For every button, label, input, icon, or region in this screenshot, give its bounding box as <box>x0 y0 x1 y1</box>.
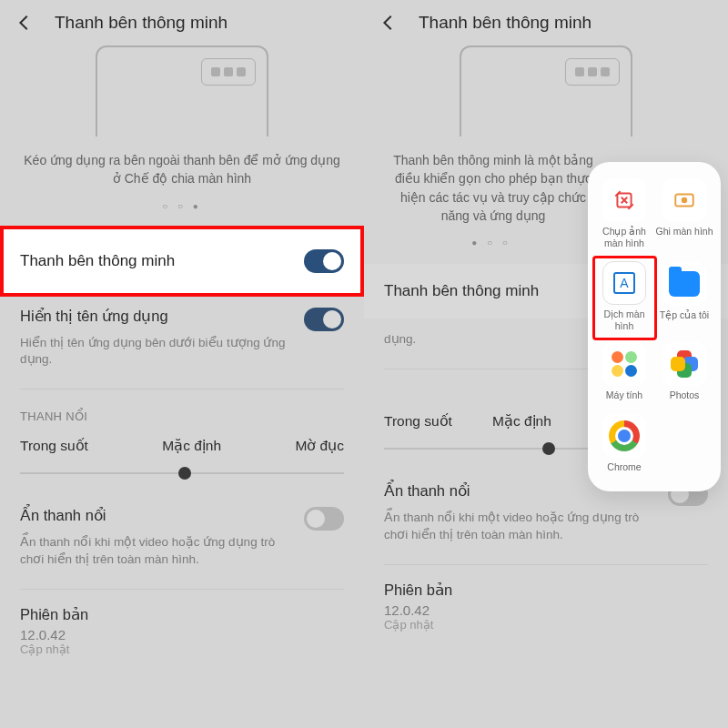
illustration <box>96 46 268 136</box>
chrome-icon <box>602 414 646 458</box>
slider-label-opaque: Mờ đục <box>295 438 344 454</box>
slider-label-transparent: Trong suốt <box>20 438 88 454</box>
page-dots: ○ ○ ● <box>0 201 364 228</box>
calculator-icon <box>602 342 646 386</box>
appname-title: Hiển thị tên ứng dụng <box>20 308 168 325</box>
folder-icon <box>662 262 706 306</box>
slider-labels: Trong suốt Mặc định Mờ đục <box>0 430 364 465</box>
page-title: Thanh bên thông minh <box>55 13 228 33</box>
header: Thanh bên thông minh <box>0 0 364 46</box>
screenshot-icon <box>602 178 646 222</box>
back-icon[interactable] <box>15 13 35 33</box>
slider-thumb[interactable] <box>178 467 191 480</box>
slider-label-default: Mặc định <box>162 438 221 454</box>
a-letter: A <box>613 272 635 294</box>
sidebar-item-photos[interactable]: Photos <box>655 339 713 409</box>
version-number: 12.0.42 <box>20 627 344 642</box>
version-number: 12.0.42 <box>384 602 708 618</box>
slider-thumb[interactable] <box>542 442 555 455</box>
hide-sub: Ẩn thanh nổi khi một video hoặc ứng dụng… <box>384 510 708 544</box>
toggle-label: Thanh bên thông minh <box>384 282 539 300</box>
version-row[interactable]: Phiên bản 12.0.42 Cập nhật <box>364 565 728 648</box>
right-screen: Thanh bên thông minh Thanh bên thông min… <box>364 0 728 728</box>
hide-sub: Ẩn thanh nổi khi một video hoặc ứng dụng… <box>20 534 344 569</box>
toggle-switch[interactable] <box>304 249 344 273</box>
header: Thanh bên thông minh <box>364 0 728 46</box>
appname-toggle[interactable] <box>304 308 344 331</box>
show-appname-row[interactable]: Hiển thị tên ứng dụng Hiển thị tên ứng d… <box>0 295 364 389</box>
opacity-slider[interactable] <box>20 472 344 474</box>
hide-title: Ẩn thanh nổi <box>20 507 106 524</box>
sidebar-item-label: Máy tính <box>606 389 642 401</box>
description-text: Kéo ứng dụng ra bên ngoài thanh bên để m… <box>0 147 364 201</box>
smart-sidebar-panel[interactable]: Chụp ảnh màn hình Ghi màn hình A Dịch mà… <box>588 162 721 491</box>
sidebar-item-calculator[interactable]: Máy tính <box>595 339 653 409</box>
sidebar-item-record[interactable]: Ghi màn hình <box>655 175 713 257</box>
appname-sub: Hiển thị tên ứng dụng bên dưới biểu tượn… <box>20 335 344 369</box>
hide-bar-row[interactable]: Ẩn thanh nổi Ẩn thanh nổi khi một video … <box>0 494 364 589</box>
left-screen: Thanh bên thông minh Kéo ứng dụng ra bên… <box>0 0 364 728</box>
toggle-label: Thanh bên thông minh <box>20 252 175 270</box>
version-title: Phiên bản <box>20 606 344 623</box>
section-float-bar: THANH NỔI <box>0 389 364 430</box>
sidebar-item-translate[interactable]: A Dịch màn hình <box>592 256 657 340</box>
svg-point-2 <box>682 197 688 204</box>
sidebar-item-label: Dịch màn hình <box>595 308 654 332</box>
sidebar-item-label: Tệp của tôi <box>660 309 709 321</box>
sidebar-item-label: Chrome <box>607 461 641 473</box>
back-icon[interactable] <box>379 13 399 33</box>
sidebar-item-chrome[interactable]: Chrome <box>595 410 653 480</box>
smart-sidebar-toggle-row[interactable]: Thanh bên thông minh <box>0 226 364 297</box>
page-title: Thanh bên thông minh <box>419 13 592 33</box>
version-row[interactable]: Phiên bản 12.0.42 Cập nhật <box>0 590 364 672</box>
photos-icon <box>662 342 706 386</box>
version-title: Phiên bản <box>384 581 708 599</box>
slider-label-default: Mặc định <box>492 413 551 430</box>
version-sub: Cập nhật <box>20 642 344 656</box>
illustration <box>460 46 632 136</box>
hide-toggle[interactable] <box>304 507 344 531</box>
version-sub: Cập nhật <box>384 618 708 632</box>
sidebar-item-label: Photos <box>670 389 700 401</box>
sidebar-item-screenshot[interactable]: Chụp ảnh màn hình <box>595 175 653 257</box>
sidebar-item-label: Ghi màn hình <box>655 226 713 238</box>
sidebar-item-label: Chụp ảnh màn hình <box>595 226 653 249</box>
record-icon <box>662 178 706 222</box>
sidebar-item-files[interactable]: Tệp của tôi <box>655 258 713 337</box>
slider-label-transparent: Trong suốt <box>384 413 452 430</box>
hide-title: Ẩn thanh nổi <box>384 482 470 500</box>
translate-icon: A <box>602 261 646 305</box>
